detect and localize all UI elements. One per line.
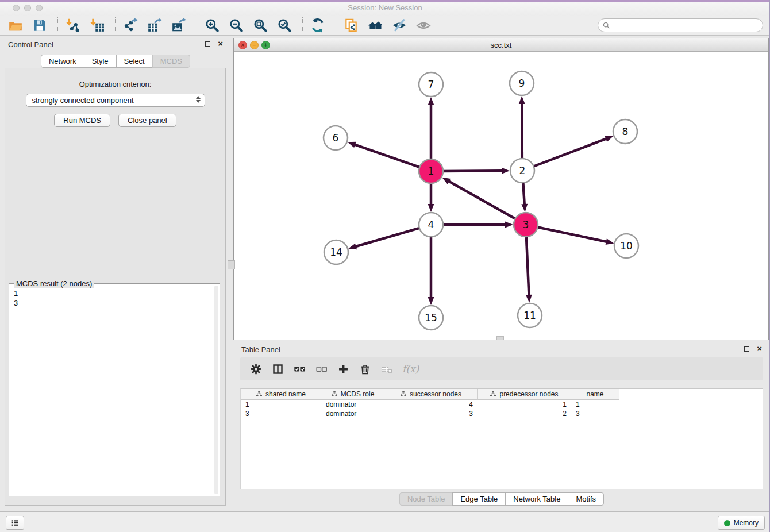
show-visual-icon[interactable] xyxy=(415,17,432,34)
zoom-in-icon[interactable] xyxy=(203,17,221,34)
toolbar-separator xyxy=(197,17,198,33)
table-cell[interactable]: 1 xyxy=(571,400,619,409)
search-input[interactable] xyxy=(613,21,763,30)
export-network-icon[interactable] xyxy=(122,17,139,34)
table-row[interactable]: 1dominator411 xyxy=(241,400,763,409)
zoom-fit-icon[interactable] xyxy=(252,17,269,34)
column-header-MCDS-role[interactable]: MCDS role xyxy=(321,389,384,400)
table-cell[interactable]: 1 xyxy=(478,400,571,409)
column-header-label: MCDS role xyxy=(341,390,375,398)
graph-node-label: 6 xyxy=(333,132,339,144)
tab-network[interactable]: Network xyxy=(41,55,84,68)
tab-motifs[interactable]: Motifs xyxy=(568,492,604,506)
select-all-rows-icon[interactable] xyxy=(292,361,307,376)
edge-arrowhead xyxy=(521,204,528,212)
table-cell[interactable]: 2 xyxy=(478,409,571,418)
column-header-successor-nodes[interactable]: successor nodes xyxy=(384,389,478,400)
edge-1-6[interactable] xyxy=(353,144,421,168)
zoom-out-icon[interactable] xyxy=(228,17,245,34)
horizontal-splitter-grip[interactable] xyxy=(496,336,504,340)
import-network-icon[interactable] xyxy=(64,17,82,34)
shared-column-icon xyxy=(490,391,496,398)
edge-2-9[interactable] xyxy=(522,102,522,160)
edge-arrowhead xyxy=(428,204,434,212)
save-session-icon[interactable] xyxy=(31,17,48,34)
edge-arrowhead xyxy=(442,178,451,184)
tab-node-table[interactable]: Node Table xyxy=(399,492,453,506)
network-window-title: scc.txt xyxy=(234,41,768,49)
graph-node-label: 8 xyxy=(622,126,629,137)
tab-edge-table[interactable]: Edge Table xyxy=(452,492,506,506)
zoom-selected-icon[interactable] xyxy=(276,17,293,34)
float-table-panel-icon[interactable] xyxy=(744,346,749,352)
edge-arrowhead xyxy=(526,295,532,303)
optimization-criterion-label: Optimization criterion: xyxy=(5,80,225,88)
graph-node-label: 4 xyxy=(428,219,434,230)
export-table-icon[interactable] xyxy=(146,17,163,34)
refresh-view-icon[interactable] xyxy=(309,17,326,34)
edge-arrowhead xyxy=(605,136,613,142)
close-table-panel-icon[interactable]: × xyxy=(757,346,762,352)
optimization-criterion-dropdown[interactable]: strongly connected component xyxy=(26,94,205,107)
column-header-label: name xyxy=(586,390,603,398)
mcds-result-text[interactable]: 13 xyxy=(9,286,213,496)
close-panel-button[interactable]: Close panel xyxy=(118,114,176,127)
search-box[interactable] xyxy=(598,18,763,32)
tab-style[interactable]: Style xyxy=(84,55,117,68)
graph-node-label: 2 xyxy=(519,165,526,176)
table-cell[interactable]: 3 xyxy=(241,409,321,418)
graph-node-label: 14 xyxy=(330,246,342,258)
network-canvas[interactable]: 7968124314101511 xyxy=(234,51,768,340)
delete-rows-icon[interactable] xyxy=(357,361,372,376)
edge-3-1[interactable] xyxy=(448,180,517,219)
control-panel-title: Control Panel xyxy=(8,40,53,49)
column-header-name[interactable]: name xyxy=(571,389,619,400)
network-window-titlebar[interactable]: × − + scc.txt xyxy=(234,38,768,52)
edge-3-11[interactable] xyxy=(526,236,529,296)
network-graph[interactable]: 7968124314101511 xyxy=(234,51,768,340)
table-cell[interactable]: 3 xyxy=(571,409,619,418)
column-header-shared-name[interactable]: shared name xyxy=(241,389,321,400)
table-cell[interactable]: dominator xyxy=(321,409,384,418)
close-panel-icon[interactable]: × xyxy=(218,41,223,47)
shared-column-icon xyxy=(256,391,263,398)
home-layout-icon[interactable] xyxy=(367,17,384,34)
column-header-label: successor nodes xyxy=(410,390,461,398)
edge-2-3[interactable] xyxy=(523,182,525,206)
edge-4-14[interactable] xyxy=(355,228,421,246)
result-line: 3 xyxy=(14,298,208,308)
list-icon xyxy=(10,518,20,527)
column-header-label: shared name xyxy=(265,390,306,398)
tab-network-table[interactable]: Network Table xyxy=(505,492,568,506)
hide-visual-icon[interactable] xyxy=(391,17,408,34)
table-row[interactable]: 3dominator323 xyxy=(241,409,763,418)
float-panel-icon[interactable] xyxy=(205,41,210,47)
settings-gear-icon[interactable] xyxy=(248,361,263,376)
memory-button[interactable]: Memory xyxy=(718,516,765,530)
show-columns-icon[interactable] xyxy=(270,361,285,376)
run-mcds-button[interactable]: Run MCDS xyxy=(54,114,110,127)
table-cell[interactable]: dominator xyxy=(321,400,384,409)
table-tabs: Node TableEdge TableNetwork TableMotifs xyxy=(233,492,770,506)
copy-visual-style-icon[interactable] xyxy=(342,17,360,34)
import-table-icon[interactable] xyxy=(88,17,106,34)
edge-2-8[interactable] xyxy=(533,138,607,167)
column-header-predecessor-nodes[interactable]: predecessor nodes xyxy=(478,389,571,400)
unselect-all-rows-icon[interactable] xyxy=(314,361,329,376)
tab-mcds[interactable]: MCDS xyxy=(152,55,190,68)
vertical-splitter-grip[interactable] xyxy=(228,260,235,269)
export-image-icon[interactable] xyxy=(170,17,187,34)
edge-arrowhead xyxy=(505,222,513,228)
open-session-icon[interactable] xyxy=(7,17,24,34)
control-panel: Control Panel × NetworkStyleSelectMCDS O… xyxy=(0,36,231,511)
result-scrollbar[interactable] xyxy=(214,286,218,494)
task-list-button[interactable] xyxy=(6,516,24,530)
tab-select[interactable]: Select xyxy=(116,55,153,68)
table-cell[interactable]: 1 xyxy=(241,400,321,409)
edge-3-10[interactable] xyxy=(537,227,608,242)
toolbar-separator xyxy=(57,17,59,33)
table-cell[interactable]: 3 xyxy=(384,409,478,418)
table-cell[interactable]: 4 xyxy=(384,400,478,409)
add-row-icon[interactable] xyxy=(336,361,351,376)
edge-1-2[interactable] xyxy=(442,171,503,171)
